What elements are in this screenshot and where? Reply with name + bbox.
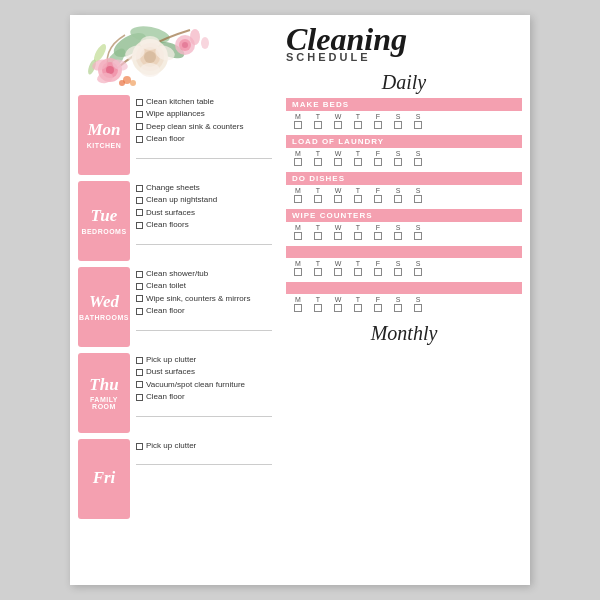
day-letter-label: S — [416, 113, 421, 120]
daily-block-2: DO DISHESMTWTFSS — [286, 172, 522, 205]
day-check-box[interactable] — [334, 121, 342, 129]
day-check-box[interactable] — [414, 268, 422, 276]
task-checkbox[interactable] — [136, 123, 143, 130]
task-checkbox[interactable] — [136, 185, 143, 192]
day-check-box[interactable] — [334, 232, 342, 240]
day-check-box[interactable] — [414, 158, 422, 166]
day-check-box[interactable] — [394, 268, 402, 276]
title-block: Cleaning SCHEDULE — [286, 23, 522, 63]
day-check-box[interactable] — [354, 232, 362, 240]
day-check-box[interactable] — [294, 121, 302, 129]
day-check-box[interactable] — [394, 304, 402, 312]
day-tasks: Clean shower/tubClean toiletWipe sink, c… — [136, 267, 272, 347]
day-check-box[interactable] — [374, 195, 382, 203]
day-cell-S-5: S — [390, 260, 406, 276]
task-checkbox[interactable] — [136, 99, 143, 106]
day-letter-label: S — [396, 296, 401, 303]
day-label-wed: WedBATHROOMS — [78, 267, 130, 347]
day-check-box[interactable] — [354, 121, 362, 129]
day-cell-T-1: T — [310, 187, 326, 203]
day-letter-label: F — [376, 296, 380, 303]
day-check-box[interactable] — [374, 232, 382, 240]
day-check-box[interactable] — [314, 268, 322, 276]
left-column: MonKITCHENClean kitchen tableWipe applia… — [70, 15, 280, 585]
day-cell-T-1: T — [310, 296, 326, 312]
days-row: MTWTFSS — [286, 187, 522, 205]
task-item: Dust surfaces — [136, 208, 272, 218]
task-item: Clean floor — [136, 392, 272, 402]
day-check-box[interactable] — [374, 121, 382, 129]
day-check-box[interactable] — [294, 268, 302, 276]
day-room: KITCHEN — [87, 142, 122, 149]
day-check-box[interactable] — [294, 158, 302, 166]
task-item: Dust surfaces — [136, 367, 272, 377]
task-checkbox[interactable] — [136, 308, 143, 315]
task-item: Clean floor — [136, 134, 272, 144]
task-checkbox[interactable] — [136, 357, 143, 364]
day-tasks: Clean kitchen tableWipe appliancesDeep c… — [136, 95, 272, 175]
day-check-box[interactable] — [334, 304, 342, 312]
day-check-box[interactable] — [414, 304, 422, 312]
day-check-box[interactable] — [354, 158, 362, 166]
day-cell-F-4: F — [370, 187, 386, 203]
day-check-box[interactable] — [414, 232, 422, 240]
day-check-box[interactable] — [374, 158, 382, 166]
daily-label-bar: MAKE BEDS — [286, 98, 522, 111]
task-checkbox[interactable] — [136, 197, 143, 204]
day-letter-label: T — [356, 260, 360, 267]
day-check-box[interactable] — [294, 232, 302, 240]
day-cell-S-5: S — [390, 187, 406, 203]
task-text: Clean floor — [146, 134, 185, 144]
day-letter-label: M — [295, 296, 301, 303]
task-checkbox[interactable] — [136, 443, 143, 450]
day-check-box[interactable] — [394, 195, 402, 203]
day-check-box[interactable] — [394, 158, 402, 166]
task-checkbox[interactable] — [136, 111, 143, 118]
day-cell-T-1: T — [310, 113, 326, 129]
day-check-box[interactable] — [374, 304, 382, 312]
task-item: Vacuum/spot clean furniture — [136, 380, 272, 390]
day-check-box[interactable] — [354, 195, 362, 203]
day-cell-W-2: W — [330, 260, 346, 276]
day-check-box[interactable] — [334, 268, 342, 276]
day-check-box[interactable] — [314, 121, 322, 129]
day-check-box[interactable] — [354, 304, 362, 312]
day-check-box[interactable] — [334, 195, 342, 203]
task-checkbox[interactable] — [136, 222, 143, 229]
day-check-box[interactable] — [414, 195, 422, 203]
day-letter-label: F — [376, 150, 380, 157]
day-check-box[interactable] — [314, 304, 322, 312]
task-checkbox[interactable] — [136, 394, 143, 401]
task-checkbox[interactable] — [136, 295, 143, 302]
day-check-box[interactable] — [314, 232, 322, 240]
task-text: Wipe sink, counters & mirrors — [146, 294, 250, 304]
day-check-box[interactable] — [374, 268, 382, 276]
task-item: Pick up clutter — [136, 355, 272, 365]
day-cell-M-0: M — [290, 150, 306, 166]
task-checkbox[interactable] — [136, 136, 143, 143]
task-checkbox[interactable] — [136, 381, 143, 388]
day-cell-F-4: F — [370, 296, 386, 312]
day-check-box[interactable] — [334, 158, 342, 166]
daily-block-4: MTWTFSS — [286, 246, 522, 278]
day-letter-label: W — [335, 260, 342, 267]
task-item: Clean toilet — [136, 281, 272, 291]
day-check-box[interactable] — [394, 121, 402, 129]
task-text: Clean shower/tub — [146, 269, 208, 279]
task-text: Dust surfaces — [146, 367, 195, 377]
daily-block-5: MTWTFSS — [286, 282, 522, 314]
day-letter-label: S — [416, 187, 421, 194]
day-check-box[interactable] — [294, 304, 302, 312]
day-check-box[interactable] — [314, 195, 322, 203]
task-checkbox[interactable] — [136, 369, 143, 376]
day-check-box[interactable] — [294, 195, 302, 203]
task-checkbox[interactable] — [136, 283, 143, 290]
day-check-box[interactable] — [354, 268, 362, 276]
task-checkbox[interactable] — [136, 209, 143, 216]
day-cell-M-0: M — [290, 113, 306, 129]
day-check-box[interactable] — [394, 232, 402, 240]
day-letter-label: M — [295, 260, 301, 267]
day-check-box[interactable] — [314, 158, 322, 166]
task-checkbox[interactable] — [136, 271, 143, 278]
day-check-box[interactable] — [414, 121, 422, 129]
